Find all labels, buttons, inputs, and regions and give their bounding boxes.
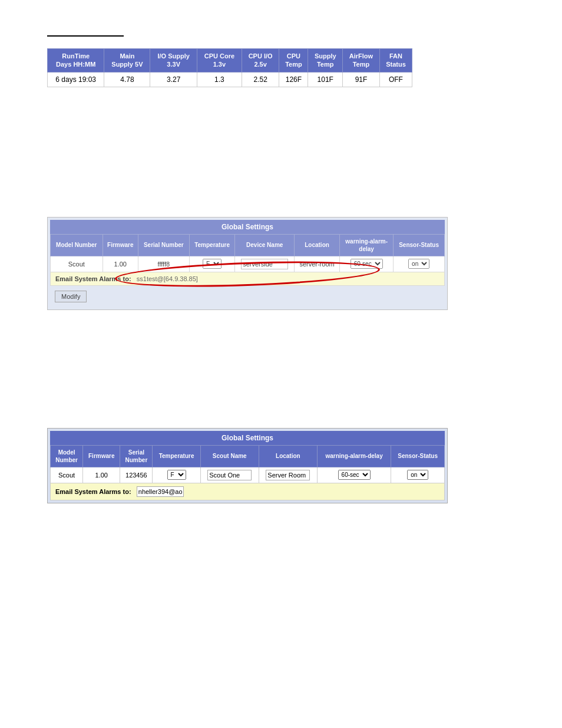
cell-fan-status: OFF: [379, 72, 412, 87]
bottom-gs-title: Global Settings: [50, 431, 445, 445]
mid-email-value: ss1test@[64.9.38.85]: [137, 275, 198, 282]
mid-email-cell: Email System Alarms to: ss1test@[64.9.38…: [51, 272, 445, 285]
status-table: RunTimeDays HH:MM MainSupply 5V I/O Supp…: [47, 48, 412, 87]
col-io-supply: I/O Supply3.3V: [150, 49, 197, 73]
bot-col-firmware: Firmware: [83, 445, 120, 467]
mid-email-label: Email System Alarms to:: [55, 275, 131, 282]
middle-global-settings: Global Settings Model Number Firmware Se…: [47, 217, 448, 310]
bot-temp-select[interactable]: F C: [167, 470, 186, 480]
middle-global-settings-wrapper: Global Settings Model Number Firmware Se…: [47, 217, 448, 310]
cell-cpu-io: 2.52: [242, 72, 279, 87]
mid-sensor-select[interactable]: on off: [408, 259, 429, 269]
page-container: RunTimeDays HH:MM MainSupply 5V I/O Supp…: [0, 0, 562, 562]
col-cpu-io: CPU I/O2.5v: [242, 49, 279, 73]
cell-airflow-temp: 91F: [343, 72, 380, 87]
bot-location-input[interactable]: [266, 470, 310, 480]
mid-col-warning: warning-alarm-delay: [340, 234, 394, 256]
middle-gs-table: Model Number Firmware Serial Number Temp…: [50, 234, 445, 286]
bot-email-cell: Email System Alarms to:: [51, 483, 445, 500]
bot-email-row: Email System Alarms to:: [51, 483, 445, 500]
bot-col-serial: SerialNumber: [120, 445, 153, 467]
mid-device-input[interactable]: [241, 259, 288, 269]
cell-supply-temp: 101F: [308, 72, 343, 87]
bot-cell-scout-name[interactable]: [200, 467, 259, 483]
bot-gs-row: Scout 1.00 123456 F C: [51, 467, 445, 483]
mid-warning-select[interactable]: 60-sec: [351, 259, 383, 269]
bot-email-label: Email System Alarms to:: [55, 488, 131, 495]
bot-col-temp: Temperature: [153, 445, 200, 467]
mid-col-sensor: Sensor-Status: [394, 234, 445, 256]
bot-scout-name-input[interactable]: [207, 470, 252, 480]
bot-warning-select[interactable]: 60-sec: [338, 470, 371, 480]
mid-cell-warning[interactable]: 60-sec: [340, 256, 394, 272]
mid-cell-sensor[interactable]: on off: [394, 256, 445, 272]
cell-main-supply: 4.78: [104, 72, 150, 87]
mid-cell-device: [235, 256, 295, 272]
mid-cell-model: Scout: [51, 256, 103, 272]
col-supply-temp: SupplyTemp: [308, 49, 343, 73]
bot-col-sensor: Sensor-Status: [391, 445, 445, 467]
mid-col-serial: Serial Number: [138, 234, 189, 256]
mid-modify-button[interactable]: Modify: [55, 291, 87, 302]
status-row: 6 days 19:03 4.78 3.27 1.3 2.52 126F 101…: [48, 72, 412, 87]
mid-cell-location: server-room: [294, 256, 339, 272]
mid-col-location: Location: [294, 234, 339, 256]
mid-col-firmware: Firmware: [103, 234, 138, 256]
bot-cell-location[interactable]: [259, 467, 317, 483]
mid-col-temp: Temperature: [189, 234, 235, 256]
bot-cell-warning[interactable]: 60-sec: [317, 467, 391, 483]
mid-modify-container: Modify: [50, 286, 445, 307]
mid-cell-firmware: 1.00: [103, 256, 138, 272]
cell-cpu-temp: 126F: [279, 72, 308, 87]
bot-col-model: ModelNumber: [51, 445, 83, 467]
bottom-global-settings-wrapper: Global Settings ModelNumber Firmware Ser…: [47, 428, 448, 503]
mid-cell-serial: fffff8: [138, 256, 189, 272]
bot-email-input[interactable]: [137, 486, 184, 497]
bot-cell-model: Scout: [51, 467, 83, 483]
mid-col-model: Model Number: [51, 234, 103, 256]
bot-cell-firmware: 1.00: [83, 467, 120, 483]
col-cpu-temp: CPUTemp: [279, 49, 308, 73]
mid-gs-row: Scout 1.00 fffff8 F C server-room: [51, 256, 445, 272]
middle-spacer: [47, 111, 515, 217]
col-fan-status: FANStatus: [379, 49, 412, 73]
bot-col-warning: warning-alarm-delay: [317, 445, 391, 467]
bot-col-location: Location: [259, 445, 317, 467]
mid-temp-select[interactable]: F C: [203, 259, 222, 269]
col-main-supply: MainSupply 5V: [104, 49, 150, 73]
bottom-gs-table: ModelNumber Firmware SerialNumber Temper…: [50, 445, 445, 500]
section-divider: [47, 35, 124, 37]
bottom-spacer: [47, 334, 515, 428]
cell-cpu-core: 1.3: [197, 72, 242, 87]
mid-cell-temp[interactable]: F C: [189, 256, 235, 272]
bot-cell-sensor[interactable]: on off: [391, 467, 445, 483]
cell-io-supply: 3.27: [150, 72, 197, 87]
cell-runtime: 6 days 19:03: [48, 72, 104, 87]
col-airflow-temp: AirFlowTemp: [343, 49, 380, 73]
bot-sensor-select[interactable]: on off: [407, 470, 428, 480]
bot-col-scout-name: Scout Name: [200, 445, 259, 467]
bot-cell-serial: 123456: [120, 467, 153, 483]
col-cpu-core: CPU Core1.3v: [197, 49, 242, 73]
bot-cell-temp[interactable]: F C: [153, 467, 200, 483]
col-runtime: RunTimeDays HH:MM: [48, 49, 104, 73]
middle-gs-title: Global Settings: [50, 220, 445, 234]
mid-email-row: Email System Alarms to: ss1test@[64.9.38…: [51, 272, 445, 285]
mid-col-device: Device Name: [235, 234, 295, 256]
